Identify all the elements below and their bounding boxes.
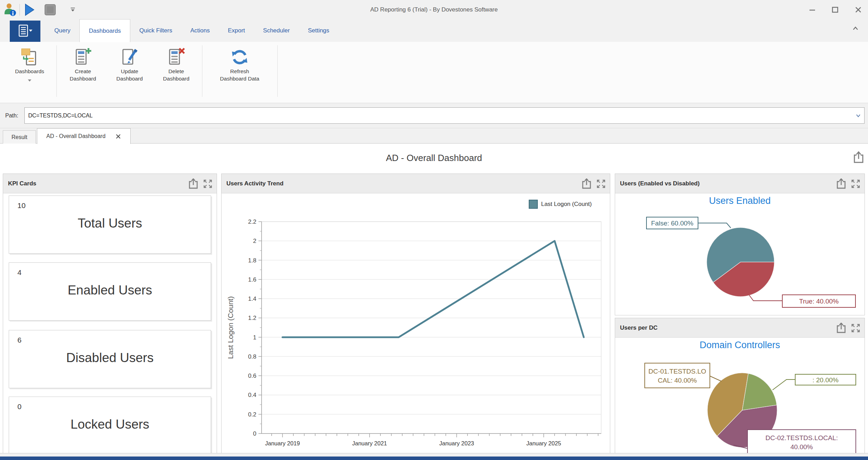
create-dashboard-label-1: Create <box>60 68 106 75</box>
app-menu-button[interactable] <box>10 21 40 42</box>
export-icon[interactable] <box>853 151 865 165</box>
ribbon-tab-export[interactable]: Export <box>219 19 254 42</box>
window-title: AD Reporting 6 (Trial) - By Dovestones S… <box>0 0 868 19</box>
svg-text:0.6: 0.6 <box>248 373 256 379</box>
tab-close-icon[interactable] <box>115 133 121 139</box>
svg-text:False: 60.00%: False: 60.00% <box>651 220 693 227</box>
svg-text:: 20.00%: : 20.00% <box>813 376 839 384</box>
collapse-ribbon-icon[interactable] <box>852 25 859 32</box>
status-bar <box>0 457 868 460</box>
maximize-icon[interactable] <box>828 3 842 17</box>
svg-text:0.4: 0.4 <box>248 392 256 398</box>
update-dashboard-button[interactable]: Update Dashboard <box>107 44 153 100</box>
panel-trend-title: Users Activity Trend <box>226 174 284 193</box>
update-dashboard-label-2: Dashboard <box>107 75 153 82</box>
pie-chart-title: Domain Controllers <box>615 340 865 351</box>
ribbon-tab-scheduler[interactable]: Scheduler <box>254 19 299 42</box>
export-icon[interactable] <box>836 323 846 335</box>
refresh-icon <box>205 47 274 68</box>
panel-pie1-title: Users (Enabled vs Disabled) <box>620 174 700 193</box>
chart-legend: Last Logon (Count) <box>529 200 592 209</box>
svg-text:DC-02.TESTDS.LOCAL:: DC-02.TESTDS.LOCAL: <box>766 434 838 442</box>
ribbon-tab-actions[interactable]: Actions <box>181 19 219 42</box>
svg-text:1.2: 1.2 <box>248 315 256 321</box>
ribbon-group-separator <box>202 45 202 97</box>
panel-users-activity-trend: Users Activity Trend Last Logon (Count) … <box>221 174 610 456</box>
minimize-icon[interactable] <box>805 3 819 17</box>
export-icon[interactable] <box>188 178 199 191</box>
maximize-panel-icon[interactable] <box>851 323 860 334</box>
kpi-card-enabled-users: 4 Enabled Users <box>9 262 211 321</box>
create-dashboard-button[interactable]: Create Dashboard <box>60 44 106 100</box>
kpi-value: 10 <box>17 201 25 210</box>
kpi-label: Locked Users <box>9 417 211 432</box>
ribbon-tab-query[interactable]: Query <box>45 19 79 42</box>
panel-pie2-title: Users per DC <box>620 318 658 338</box>
svg-text:1.4: 1.4 <box>248 296 256 302</box>
refresh-dashboard-label-2: Dashboard Data <box>205 75 274 82</box>
update-dashboard-label-1: Update <box>107 68 153 75</box>
path-value[interactable]: DC=TESTDS,DC=LOCAL <box>25 113 852 119</box>
ribbon-tab-strip: Query Dashboards Quick Filters Actions E… <box>45 19 338 42</box>
dashboards-button[interactable]: Dashboards <box>5 44 54 100</box>
delete-dashboard-button[interactable]: Delete Dashboard <box>153 44 199 100</box>
maximize-panel-icon[interactable] <box>203 179 212 190</box>
dashboards-icon <box>5 47 54 68</box>
export-icon[interactable] <box>836 178 846 191</box>
line-chart: 00.20.40.60.811.21.41.61.822.2January 20… <box>222 193 611 456</box>
export-icon[interactable] <box>581 178 592 191</box>
maximize-panel-icon[interactable] <box>596 179 606 190</box>
svg-text:January 2021: January 2021 <box>352 440 387 446</box>
legend-label: Last Logon (Count) <box>541 201 592 208</box>
ribbon-group-separator <box>56 45 57 97</box>
dashboard-title: AD - Overall Dashboard <box>0 153 868 163</box>
maximize-panel-icon[interactable] <box>851 179 860 190</box>
svg-text:1.6: 1.6 <box>248 276 256 283</box>
kpi-card-disabled-users: 6 Disabled Users <box>9 330 211 388</box>
panel-trend-header: Users Activity Trend <box>222 174 610 193</box>
svg-text:January 2023: January 2023 <box>439 440 474 446</box>
delete-dashboard-icon <box>153 47 199 68</box>
kpi-card-total-users: 10 Total Users <box>9 196 211 254</box>
ribbon-tab-quick-filters[interactable]: Quick Filters <box>130 19 181 42</box>
update-dashboard-icon <box>107 47 153 68</box>
svg-text:DC-01.TESTDS.LO: DC-01.TESTDS.LO <box>649 368 706 375</box>
ribbon-group-separator <box>277 45 278 97</box>
path-label: Path: <box>5 103 18 128</box>
svg-text:1.8: 1.8 <box>248 257 256 264</box>
panel-kpi-header: KPI Cards <box>3 174 217 193</box>
refresh-dashboard-label-1: Refresh <box>205 68 274 75</box>
ribbon-body: Dashboards Create Dashboard <box>0 42 868 103</box>
svg-text:0: 0 <box>253 430 256 437</box>
svg-text:0.2: 0.2 <box>248 411 256 418</box>
svg-text:January 2025: January 2025 <box>526 440 561 446</box>
path-combobox[interactable]: DC=TESTDS,DC=LOCAL <box>24 107 865 124</box>
tab-result[interactable]: Result <box>3 130 36 144</box>
svg-text:1: 1 <box>253 334 256 341</box>
ribbon-tab-dashboards[interactable]: Dashboards <box>79 19 130 42</box>
ribbon-tab-settings[interactable]: Settings <box>299 19 338 42</box>
ribbon-tab-row: Query Dashboards Quick Filters Actions E… <box>0 19 868 42</box>
svg-text:Last Logon (Count): Last Logon (Count) <box>226 296 234 359</box>
tab-dashboard-label: AD - Overall Dashboard <box>46 133 106 139</box>
tab-overall-dashboard[interactable]: AD - Overall Dashboard <box>37 128 131 144</box>
kpi-label: Disabled Users <box>9 351 211 365</box>
dropdown-arrow-icon <box>5 77 54 83</box>
pie-chart-domain-controllers: DC-01.TESTDS.LOCAL: 40.00%: 20.00%DC-02.… <box>615 338 865 456</box>
refresh-dashboard-data-button[interactable]: Refresh Dashboard Data <box>205 44 274 100</box>
svg-text:True: 40.00%: True: 40.00% <box>799 298 838 305</box>
path-bar: Path: DC=TESTDS,DC=LOCAL <box>0 103 868 128</box>
delete-dashboard-label-1: Delete <box>153 68 199 75</box>
kpi-value: 0 <box>17 402 22 411</box>
combo-arrow-icon[interactable] <box>852 114 864 117</box>
panel-pie1-header: Users (Enabled vs Disabled) <box>615 174 865 193</box>
svg-text:CAL: 40.00%: CAL: 40.00% <box>658 377 697 384</box>
create-dashboard-label-2: Dashboard <box>60 75 106 82</box>
panel-users-enabled-disabled: Users (Enabled vs Disabled) Users Enable… <box>615 174 865 315</box>
dashboards-button-label: Dashboards <box>5 68 54 75</box>
app-window: AD Reporting 6 (Trial) - By Dovestones S… <box>0 0 868 460</box>
kpi-label: Total Users <box>9 216 211 231</box>
svg-text:40.00%: 40.00% <box>790 443 813 451</box>
kpi-card-locked-users: 0 Locked Users <box>9 397 211 455</box>
close-icon[interactable] <box>851 3 865 17</box>
